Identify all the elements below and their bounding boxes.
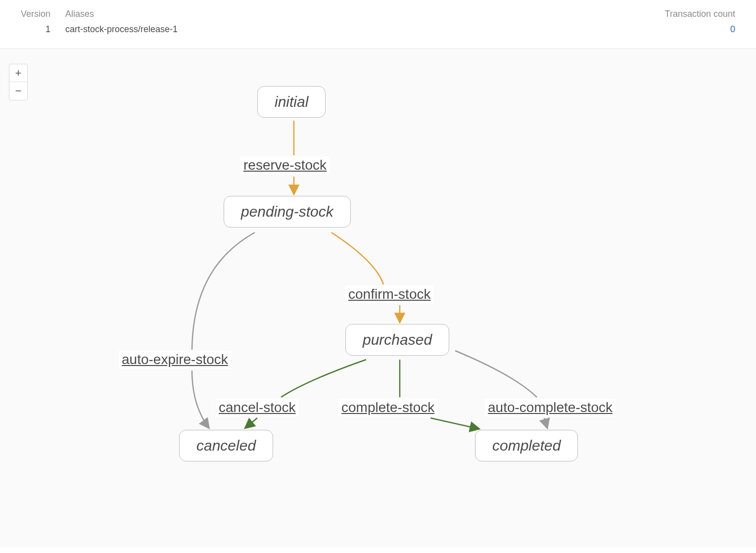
state-canceled[interactable]: canceled [179, 430, 273, 461]
state-completed[interactable]: completed [475, 430, 578, 461]
state-initial[interactable]: initial [257, 86, 326, 118]
zoom-controls: + − [9, 64, 28, 100]
state-purchased[interactable]: purchased [345, 324, 449, 356]
minus-icon: − [15, 85, 22, 97]
cell-version: 1 [21, 23, 65, 35]
transition-complete-stock[interactable]: complete-stock [338, 399, 437, 416]
state-diagram: initial pending-stock purchased canceled… [0, 49, 756, 548]
transition-cancel-stock[interactable]: cancel-stock [216, 399, 299, 416]
plus-icon: + [15, 67, 22, 80]
header-bar: Version Aliases Transaction count 1 cart… [0, 0, 756, 49]
col-header-transaction-count: Transaction count [477, 9, 735, 23]
state-pending-stock[interactable]: pending-stock [224, 196, 351, 228]
col-header-version: Version [21, 9, 65, 23]
table-row: 1 cart-stock-process/release-1 0 [21, 23, 735, 35]
process-summary-table: Version Aliases Transaction count 1 cart… [21, 9, 735, 35]
diagram-canvas[interactable]: + − [0, 49, 756, 548]
cell-aliases: cart-stock-process/release-1 [65, 23, 477, 35]
transition-auto-expire-stock[interactable]: auto-expire-stock [119, 351, 231, 369]
transition-auto-complete-stock[interactable]: auto-complete-stock [485, 399, 615, 416]
col-header-aliases: Aliases [65, 9, 477, 23]
transaction-count-link[interactable]: 0 [730, 24, 735, 34]
zoom-in-button[interactable]: + [9, 64, 27, 82]
zoom-out-button[interactable]: − [9, 82, 27, 100]
transition-confirm-stock[interactable]: confirm-stock [345, 285, 433, 303]
transition-reserve-stock[interactable]: reserve-stock [240, 156, 330, 174]
